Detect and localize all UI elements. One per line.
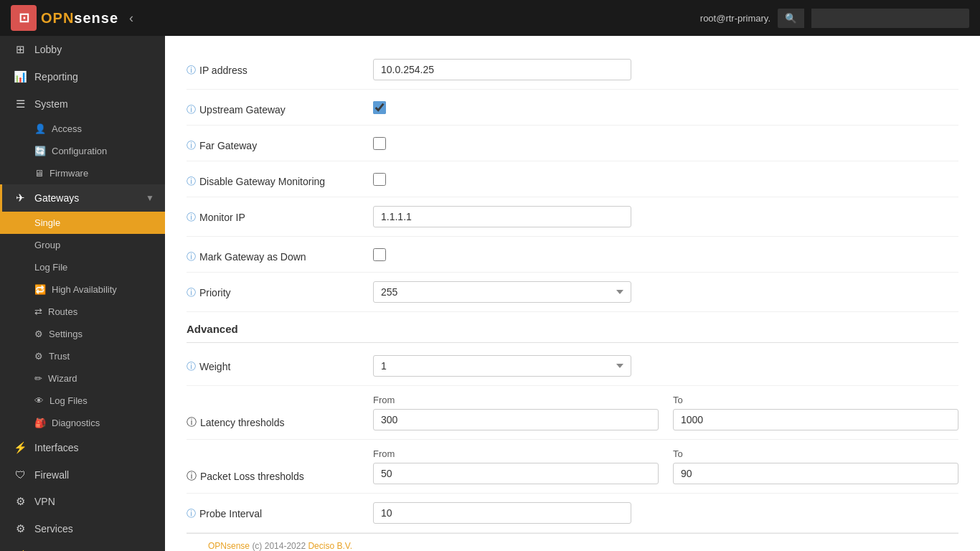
sidebar-sub-item-routes[interactable]: ⇄ Routes [0,301,165,323]
latency-to-label: To [673,395,958,405]
sidebar-item-firewall[interactable]: 🛡 Firewall [0,461,165,488]
sidebar-sub-item-log-file[interactable]: Log File [0,256,165,278]
info-icon: ⓘ [187,175,196,188]
info-icon: ⓘ [187,64,196,77]
weight-select[interactable]: 1 2 3 [373,355,631,377]
priority-row: ⓘ Priority 255 1 2 [187,273,958,312]
packet-loss-to-label: To [673,448,958,459]
latency-from-input[interactable] [373,409,659,430]
search-button[interactable]: 🔍 [778,9,804,28]
disable-monitoring-label: ⓘ Disable Gateway Monitoring [187,170,373,188]
search-input[interactable] [811,9,969,28]
sidebar-sub-item-high-availability[interactable]: 🔁 High Availability [0,278,165,301]
probe-interval-label: ⓘ Probe Interval [187,502,373,520]
upstream-gateway-label: ⓘ Upstream Gateway [187,98,373,116]
sidebar-item-label: System [34,98,68,110]
sidebar-sub-item-wizard[interactable]: ✏ Wizard [0,367,165,390]
navbar: ⊡ OPNsense ‹ root@rtr-primary. 🔍 [0,0,980,36]
lobby-icon: ⊞ [13,43,27,56]
far-gateway-row: ⓘ Far Gateway [187,126,958,161]
packet-loss-from-label: From [373,448,659,459]
info-icon: ⓘ [187,360,196,373]
weight-row: ⓘ Weight 1 2 3 [187,347,958,386]
sidebar-sub-item-firmware[interactable]: 🖥 Firmware [0,162,165,184]
sidebar-item-lobby[interactable]: ⊞ Lobby [0,36,165,63]
logo-icon: ⊡ [11,5,37,31]
user-label: root@rtr-primary. [700,13,771,24]
info-icon: ⓘ [187,507,196,520]
sidebar-item-services[interactable]: ⚙ Services [0,515,165,542]
high-availability-icon: 🔁 [34,284,46,295]
sidebar-item-interfaces[interactable]: ⚡ Interfaces [0,434,165,461]
reporting-icon: 📊 [13,70,27,83]
info-icon: ⓘ [187,211,196,224]
sidebar-sub-item-settings[interactable]: ⚙ Settings [0,323,165,345]
sidebar-item-label: Lobby [34,44,62,55]
packet-loss-from-input[interactable] [373,463,659,484]
sidebar-item-system[interactable]: ☰ System [0,90,165,118]
services-icon: ⚙ [13,522,27,535]
info-icon: ⓘ [187,470,197,483]
far-gateway-checkbox[interactable] [373,137,386,150]
info-icon: ⓘ [187,103,196,116]
ip-address-input[interactable] [373,59,631,80]
content-area: ⓘ IP address ⓘ Upstream Gateway [165,36,980,551]
deciso-link[interactable]: Deciso B.V. [308,541,352,551]
form-container: ⓘ IP address ⓘ Upstream Gateway [165,36,980,551]
probe-interval-row: ⓘ Probe Interval [187,494,958,533]
latency-thresholds-label: ⓘ Latency thresholds [187,395,373,429]
priority-select[interactable]: 255 1 2 [373,281,631,303]
opnsense-link[interactable]: OPNsense [208,541,250,551]
wizard-icon: ✏ [34,373,42,384]
firewall-icon: 🛡 [13,468,27,481]
disable-monitoring-row: ⓘ Disable Gateway Monitoring [187,161,958,197]
firmware-icon: 🖥 [34,168,44,179]
log-files-icon: 👁 [34,395,44,406]
packet-loss-to-input[interactable] [673,463,958,484]
nav-toggle-button[interactable]: ‹ [126,7,137,29]
sidebar-sub-item-access[interactable]: 👤 Access [0,118,165,140]
system-icon: ☰ [13,98,27,110]
latency-thresholds-row: ⓘ Latency thresholds From To [187,386,958,440]
sidebar-sub-item-trust[interactable]: ⚙ Trust [0,345,165,367]
latency-to-input[interactable] [673,409,958,430]
logo-opn: OPN [41,10,74,26]
sidebar-item-gateways[interactable]: ✈ Gateways ▼ [0,184,165,212]
sidebar-item-reporting[interactable]: 📊 Reporting [0,63,165,90]
sidebar-item-power[interactable]: ⚡ Power [0,542,165,551]
logo: ⊡ OPNsense [11,5,118,31]
far-gateway-label: ⓘ Far Gateway [187,134,373,152]
sidebar: ⊞ Lobby 📊 Reporting ☰ System 👤 Access 🔄 … [0,36,165,551]
sidebar-sub-item-single[interactable]: Single [0,212,165,234]
priority-label: ⓘ Priority [187,281,373,299]
access-icon: 👤 [34,123,46,134]
sidebar-item-vpn[interactable]: ⚙ VPN [0,488,165,515]
sidebar-sub-item-group[interactable]: Group [0,234,165,256]
sidebar-sub-item-log-files[interactable]: 👁 Log Files [0,390,165,412]
routes-icon: ⇄ [34,306,42,317]
mark-gateway-down-checkbox[interactable] [373,248,386,261]
advanced-section-header: Advanced [187,312,958,343]
settings-icon: ⚙ [34,329,43,339]
weight-label: ⓘ Weight [187,355,373,373]
logo-text: OPNsense [41,10,118,27]
monitor-ip-row: ⓘ Monitor IP [187,197,958,237]
chevron-icon: ▼ [146,193,154,203]
upstream-gateway-checkbox[interactable] [373,101,386,114]
info-icon: ⓘ [187,250,196,263]
sidebar-item-label: VPN [34,496,55,507]
sidebar-sub-item-configuration[interactable]: 🔄 Configuration [0,140,165,162]
sidebar-item-label: Gateways [34,192,79,204]
navbar-left: ⊡ OPNsense ‹ [11,5,137,31]
info-icon: ⓘ [187,286,196,299]
navbar-right: root@rtr-primary. 🔍 [700,9,969,28]
disable-monitoring-checkbox[interactable] [373,173,386,186]
sidebar-sub-item-diagnostics[interactable]: 🎒 Diagnostics [0,412,165,434]
main-layout: ⊞ Lobby 📊 Reporting ☰ System 👤 Access 🔄 … [0,36,980,551]
logo-sense: sense [74,10,118,26]
vpn-icon: ⚙ [13,495,27,508]
mark-gateway-down-label: ⓘ Mark Gateway as Down [187,245,373,263]
monitor-ip-input[interactable] [373,206,631,227]
footer: OPNsense (c) 2014-2022 Deciso B.V. [187,533,958,551]
probe-interval-input[interactable] [373,502,631,524]
